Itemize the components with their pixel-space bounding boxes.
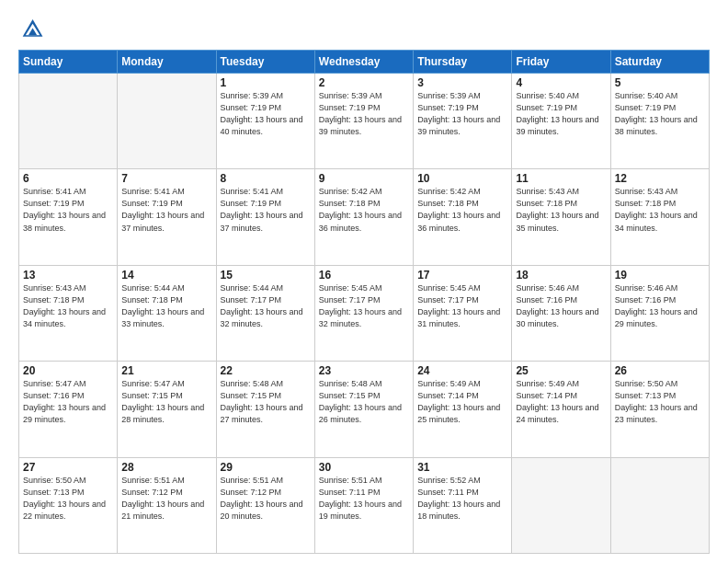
week-row-2: 6Sunrise: 5:41 AM Sunset: 7:19 PM Daylig… [19, 169, 710, 265]
calendar-cell: 4Sunrise: 5:40 AM Sunset: 7:19 PM Daylig… [512, 74, 610, 169]
day-info: Sunrise: 5:48 AM Sunset: 7:15 PM Dayligh… [319, 378, 409, 426]
day-info: Sunrise: 5:50 AM Sunset: 7:13 PM Dayligh… [23, 475, 113, 523]
day-number: 31 [417, 461, 507, 474]
day-info: Sunrise: 5:43 AM Sunset: 7:18 PM Dayligh… [516, 186, 606, 234]
calendar-cell: 19Sunrise: 5:46 AM Sunset: 7:16 PM Dayli… [610, 265, 709, 361]
day-info: Sunrise: 5:47 AM Sunset: 7:16 PM Dayligh… [23, 378, 113, 426]
day-number: 5 [615, 76, 705, 89]
calendar-cell: 9Sunrise: 5:42 AM Sunset: 7:18 PM Daylig… [314, 169, 413, 265]
calendar-cell: 27Sunrise: 5:50 AM Sunset: 7:13 PM Dayli… [19, 457, 118, 553]
day-info: Sunrise: 5:46 AM Sunset: 7:16 PM Dayligh… [615, 282, 705, 330]
calendar-cell: 28Sunrise: 5:51 AM Sunset: 7:12 PM Dayli… [118, 457, 216, 553]
day-info: Sunrise: 5:47 AM Sunset: 7:15 PM Dayligh… [121, 378, 211, 426]
day-info: Sunrise: 5:52 AM Sunset: 7:11 PM Dayligh… [417, 475, 507, 523]
day-number: 26 [615, 364, 705, 377]
calendar-cell: 15Sunrise: 5:44 AM Sunset: 7:17 PM Dayli… [216, 265, 314, 361]
page: SundayMondayTuesdayWednesdayThursdayFrid… [0, 0, 728, 563]
week-row-4: 20Sunrise: 5:47 AM Sunset: 7:16 PM Dayli… [19, 362, 710, 457]
day-info: Sunrise: 5:42 AM Sunset: 7:18 PM Dayligh… [417, 186, 507, 234]
calendar-table: SundayMondayTuesdayWednesdayThursdayFrid… [18, 50, 710, 554]
calendar-cell [512, 457, 610, 553]
day-info: Sunrise: 5:40 AM Sunset: 7:19 PM Dayligh… [615, 90, 705, 138]
day-number: 18 [516, 269, 606, 282]
week-row-1: 1Sunrise: 5:39 AM Sunset: 7:19 PM Daylig… [19, 74, 710, 169]
calendar-cell: 29Sunrise: 5:51 AM Sunset: 7:12 PM Dayli… [216, 457, 314, 553]
day-info: Sunrise: 5:43 AM Sunset: 7:18 PM Dayligh… [23, 282, 113, 330]
col-header-tuesday: Tuesday [216, 51, 314, 74]
day-number: 29 [221, 461, 311, 474]
calendar-cell: 6Sunrise: 5:41 AM Sunset: 7:19 PM Daylig… [19, 169, 118, 265]
day-info: Sunrise: 5:44 AM Sunset: 7:18 PM Dayligh… [121, 282, 211, 330]
calendar-cell: 7Sunrise: 5:41 AM Sunset: 7:19 PM Daylig… [118, 169, 216, 265]
day-info: Sunrise: 5:48 AM Sunset: 7:15 PM Dayligh… [221, 378, 311, 426]
calendar-cell: 21Sunrise: 5:47 AM Sunset: 7:15 PM Dayli… [118, 362, 216, 457]
day-number: 13 [23, 269, 113, 282]
day-number: 25 [516, 364, 606, 377]
calendar-cell: 12Sunrise: 5:43 AM Sunset: 7:18 PM Dayli… [610, 169, 709, 265]
day-number: 1 [221, 76, 311, 89]
day-info: Sunrise: 5:51 AM Sunset: 7:12 PM Dayligh… [121, 475, 211, 523]
day-number: 11 [516, 172, 606, 185]
calendar-cell: 16Sunrise: 5:45 AM Sunset: 7:17 PM Dayli… [314, 265, 413, 361]
day-info: Sunrise: 5:43 AM Sunset: 7:18 PM Dayligh… [615, 186, 705, 234]
col-header-wednesday: Wednesday [314, 51, 413, 74]
day-info: Sunrise: 5:39 AM Sunset: 7:19 PM Dayligh… [221, 90, 311, 138]
calendar-cell: 18Sunrise: 5:46 AM Sunset: 7:16 PM Dayli… [512, 265, 610, 361]
day-info: Sunrise: 5:40 AM Sunset: 7:19 PM Dayligh… [516, 90, 606, 138]
calendar-cell: 8Sunrise: 5:41 AM Sunset: 7:19 PM Daylig… [216, 169, 314, 265]
calendar-cell: 26Sunrise: 5:50 AM Sunset: 7:13 PM Dayli… [610, 362, 709, 457]
calendar-cell: 17Sunrise: 5:45 AM Sunset: 7:17 PM Dayli… [414, 265, 512, 361]
calendar-cell: 5Sunrise: 5:40 AM Sunset: 7:19 PM Daylig… [610, 74, 709, 169]
day-number: 7 [121, 172, 211, 185]
day-number: 20 [23, 364, 113, 377]
col-header-sunday: Sunday [19, 51, 118, 74]
header [18, 17, 710, 42]
calendar-cell: 23Sunrise: 5:48 AM Sunset: 7:15 PM Dayli… [314, 362, 413, 457]
day-info: Sunrise: 5:41 AM Sunset: 7:19 PM Dayligh… [121, 186, 211, 234]
day-number: 6 [23, 172, 113, 185]
day-number: 21 [121, 364, 211, 377]
week-row-5: 27Sunrise: 5:50 AM Sunset: 7:13 PM Dayli… [19, 457, 710, 553]
day-number: 22 [221, 364, 311, 377]
day-number: 10 [417, 172, 507, 185]
calendar-cell: 31Sunrise: 5:52 AM Sunset: 7:11 PM Dayli… [414, 457, 512, 553]
day-info: Sunrise: 5:49 AM Sunset: 7:14 PM Dayligh… [516, 378, 606, 426]
logo [18, 17, 48, 42]
day-number: 24 [417, 364, 507, 377]
day-info: Sunrise: 5:50 AM Sunset: 7:13 PM Dayligh… [615, 378, 705, 426]
day-number: 3 [417, 76, 507, 89]
day-info: Sunrise: 5:44 AM Sunset: 7:17 PM Dayligh… [221, 282, 311, 330]
calendar-cell: 13Sunrise: 5:43 AM Sunset: 7:18 PM Dayli… [19, 265, 118, 361]
day-number: 16 [319, 269, 409, 282]
calendar-cell: 1Sunrise: 5:39 AM Sunset: 7:19 PM Daylig… [216, 74, 314, 169]
calendar-cell: 30Sunrise: 5:51 AM Sunset: 7:11 PM Dayli… [314, 457, 413, 553]
col-header-saturday: Saturday [610, 51, 709, 74]
day-number: 23 [319, 364, 409, 377]
day-info: Sunrise: 5:49 AM Sunset: 7:14 PM Dayligh… [417, 378, 507, 426]
day-number: 8 [221, 172, 311, 185]
calendar-cell [118, 74, 216, 169]
day-info: Sunrise: 5:41 AM Sunset: 7:19 PM Dayligh… [23, 186, 113, 234]
day-info: Sunrise: 5:45 AM Sunset: 7:17 PM Dayligh… [417, 282, 507, 330]
calendar-cell [610, 457, 709, 553]
calendar-header-row: SundayMondayTuesdayWednesdayThursdayFrid… [19, 51, 710, 74]
day-number: 4 [516, 76, 606, 89]
col-header-monday: Monday [118, 51, 216, 74]
calendar-cell: 20Sunrise: 5:47 AM Sunset: 7:16 PM Dayli… [19, 362, 118, 457]
calendar-cell: 3Sunrise: 5:39 AM Sunset: 7:19 PM Daylig… [414, 74, 512, 169]
day-number: 12 [615, 172, 705, 185]
day-info: Sunrise: 5:39 AM Sunset: 7:19 PM Dayligh… [417, 90, 507, 138]
calendar-cell: 11Sunrise: 5:43 AM Sunset: 7:18 PM Dayli… [512, 169, 610, 265]
day-number: 14 [121, 269, 211, 282]
day-number: 30 [319, 461, 409, 474]
calendar-cell: 22Sunrise: 5:48 AM Sunset: 7:15 PM Dayli… [216, 362, 314, 457]
day-number: 2 [319, 76, 409, 89]
calendar-cell: 25Sunrise: 5:49 AM Sunset: 7:14 PM Dayli… [512, 362, 610, 457]
day-info: Sunrise: 5:45 AM Sunset: 7:17 PM Dayligh… [319, 282, 409, 330]
week-row-3: 13Sunrise: 5:43 AM Sunset: 7:18 PM Dayli… [19, 265, 710, 361]
day-number: 19 [615, 269, 705, 282]
day-info: Sunrise: 5:41 AM Sunset: 7:19 PM Dayligh… [221, 186, 311, 234]
logo-icon [18, 17, 44, 42]
col-header-friday: Friday [512, 51, 610, 74]
day-number: 17 [417, 269, 507, 282]
